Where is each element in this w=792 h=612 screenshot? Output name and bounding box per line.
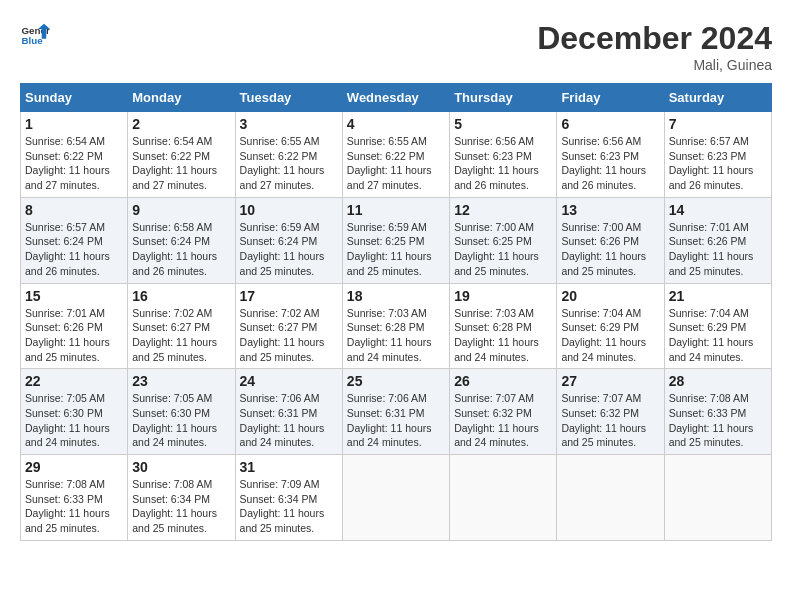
calendar-cell <box>342 455 449 541</box>
day-number: 16 <box>132 288 230 304</box>
day-number: 22 <box>25 373 123 389</box>
calendar-cell: 19Sunrise: 7:03 AMSunset: 6:28 PMDayligh… <box>450 283 557 369</box>
day-number: 21 <box>669 288 767 304</box>
calendar-cell: 20Sunrise: 7:04 AMSunset: 6:29 PMDayligh… <box>557 283 664 369</box>
day-info: Sunrise: 7:05 AMSunset: 6:30 PMDaylight:… <box>25 391 123 450</box>
day-info: Sunrise: 7:08 AMSunset: 6:33 PMDaylight:… <box>25 477 123 536</box>
day-info: Sunrise: 7:02 AMSunset: 6:27 PMDaylight:… <box>240 306 338 365</box>
calendar-cell: 6Sunrise: 6:56 AMSunset: 6:23 PMDaylight… <box>557 112 664 198</box>
day-info: Sunrise: 6:54 AMSunset: 6:22 PMDaylight:… <box>25 134 123 193</box>
calendar-cell <box>664 455 771 541</box>
calendar-cell: 18Sunrise: 7:03 AMSunset: 6:28 PMDayligh… <box>342 283 449 369</box>
day-info: Sunrise: 7:07 AMSunset: 6:32 PMDaylight:… <box>561 391 659 450</box>
weekday-header-tuesday: Tuesday <box>235 84 342 112</box>
day-number: 6 <box>561 116 659 132</box>
day-number: 9 <box>132 202 230 218</box>
weekday-header-monday: Monday <box>128 84 235 112</box>
day-info: Sunrise: 7:08 AMSunset: 6:34 PMDaylight:… <box>132 477 230 536</box>
calendar-cell: 15Sunrise: 7:01 AMSunset: 6:26 PMDayligh… <box>21 283 128 369</box>
day-number: 2 <box>132 116 230 132</box>
calendar-cell: 30Sunrise: 7:08 AMSunset: 6:34 PMDayligh… <box>128 455 235 541</box>
calendar-cell: 3Sunrise: 6:55 AMSunset: 6:22 PMDaylight… <box>235 112 342 198</box>
day-info: Sunrise: 6:59 AMSunset: 6:25 PMDaylight:… <box>347 220 445 279</box>
day-number: 4 <box>347 116 445 132</box>
calendar-week-row: 22Sunrise: 7:05 AMSunset: 6:30 PMDayligh… <box>21 369 772 455</box>
day-number: 30 <box>132 459 230 475</box>
calendar-cell: 17Sunrise: 7:02 AMSunset: 6:27 PMDayligh… <box>235 283 342 369</box>
calendar-cell: 13Sunrise: 7:00 AMSunset: 6:26 PMDayligh… <box>557 197 664 283</box>
calendar-cell: 23Sunrise: 7:05 AMSunset: 6:30 PMDayligh… <box>128 369 235 455</box>
day-info: Sunrise: 7:04 AMSunset: 6:29 PMDaylight:… <box>669 306 767 365</box>
day-info: Sunrise: 6:55 AMSunset: 6:22 PMDaylight:… <box>240 134 338 193</box>
day-info: Sunrise: 6:58 AMSunset: 6:24 PMDaylight:… <box>132 220 230 279</box>
calendar-cell: 11Sunrise: 6:59 AMSunset: 6:25 PMDayligh… <box>342 197 449 283</box>
day-info: Sunrise: 7:01 AMSunset: 6:26 PMDaylight:… <box>669 220 767 279</box>
calendar-cell: 1Sunrise: 6:54 AMSunset: 6:22 PMDaylight… <box>21 112 128 198</box>
day-number: 20 <box>561 288 659 304</box>
calendar-table: SundayMondayTuesdayWednesdayThursdayFrid… <box>20 83 772 541</box>
calendar-cell: 5Sunrise: 6:56 AMSunset: 6:23 PMDaylight… <box>450 112 557 198</box>
calendar-cell: 7Sunrise: 6:57 AMSunset: 6:23 PMDaylight… <box>664 112 771 198</box>
calendar-cell <box>557 455 664 541</box>
calendar-cell: 31Sunrise: 7:09 AMSunset: 6:34 PMDayligh… <box>235 455 342 541</box>
day-number: 3 <box>240 116 338 132</box>
day-number: 25 <box>347 373 445 389</box>
day-number: 28 <box>669 373 767 389</box>
day-info: Sunrise: 6:56 AMSunset: 6:23 PMDaylight:… <box>561 134 659 193</box>
day-number: 15 <box>25 288 123 304</box>
title-block: December 2024 Mali, Guinea <box>537 20 772 73</box>
day-info: Sunrise: 7:04 AMSunset: 6:29 PMDaylight:… <box>561 306 659 365</box>
page-header: General Blue December 2024 Mali, Guinea <box>20 20 772 73</box>
calendar-cell: 8Sunrise: 6:57 AMSunset: 6:24 PMDaylight… <box>21 197 128 283</box>
day-info: Sunrise: 7:00 AMSunset: 6:26 PMDaylight:… <box>561 220 659 279</box>
day-number: 26 <box>454 373 552 389</box>
day-info: Sunrise: 6:54 AMSunset: 6:22 PMDaylight:… <box>132 134 230 193</box>
calendar-cell: 28Sunrise: 7:08 AMSunset: 6:33 PMDayligh… <box>664 369 771 455</box>
day-info: Sunrise: 7:03 AMSunset: 6:28 PMDaylight:… <box>347 306 445 365</box>
day-info: Sunrise: 6:57 AMSunset: 6:23 PMDaylight:… <box>669 134 767 193</box>
calendar-cell: 24Sunrise: 7:06 AMSunset: 6:31 PMDayligh… <box>235 369 342 455</box>
day-number: 24 <box>240 373 338 389</box>
weekday-header-thursday: Thursday <box>450 84 557 112</box>
calendar-cell: 10Sunrise: 6:59 AMSunset: 6:24 PMDayligh… <box>235 197 342 283</box>
day-number: 27 <box>561 373 659 389</box>
calendar-cell: 26Sunrise: 7:07 AMSunset: 6:32 PMDayligh… <box>450 369 557 455</box>
day-info: Sunrise: 6:56 AMSunset: 6:23 PMDaylight:… <box>454 134 552 193</box>
day-number: 31 <box>240 459 338 475</box>
day-number: 23 <box>132 373 230 389</box>
day-info: Sunrise: 7:05 AMSunset: 6:30 PMDaylight:… <box>132 391 230 450</box>
calendar-cell: 16Sunrise: 7:02 AMSunset: 6:27 PMDayligh… <box>128 283 235 369</box>
weekday-header-friday: Friday <box>557 84 664 112</box>
calendar-cell: 27Sunrise: 7:07 AMSunset: 6:32 PMDayligh… <box>557 369 664 455</box>
calendar-week-row: 8Sunrise: 6:57 AMSunset: 6:24 PMDaylight… <box>21 197 772 283</box>
calendar-cell: 29Sunrise: 7:08 AMSunset: 6:33 PMDayligh… <box>21 455 128 541</box>
calendar-cell <box>450 455 557 541</box>
logo-icon: General Blue <box>20 20 50 50</box>
day-info: Sunrise: 7:01 AMSunset: 6:26 PMDaylight:… <box>25 306 123 365</box>
calendar-cell: 25Sunrise: 7:06 AMSunset: 6:31 PMDayligh… <box>342 369 449 455</box>
day-info: Sunrise: 7:02 AMSunset: 6:27 PMDaylight:… <box>132 306 230 365</box>
calendar-cell: 14Sunrise: 7:01 AMSunset: 6:26 PMDayligh… <box>664 197 771 283</box>
day-number: 12 <box>454 202 552 218</box>
day-info: Sunrise: 6:55 AMSunset: 6:22 PMDaylight:… <box>347 134 445 193</box>
day-number: 7 <box>669 116 767 132</box>
weekday-header-sunday: Sunday <box>21 84 128 112</box>
logo: General Blue <box>20 20 50 50</box>
day-number: 17 <box>240 288 338 304</box>
day-number: 1 <box>25 116 123 132</box>
day-number: 18 <box>347 288 445 304</box>
calendar-week-row: 29Sunrise: 7:08 AMSunset: 6:33 PMDayligh… <box>21 455 772 541</box>
day-number: 14 <box>669 202 767 218</box>
day-number: 19 <box>454 288 552 304</box>
calendar-week-row: 15Sunrise: 7:01 AMSunset: 6:26 PMDayligh… <box>21 283 772 369</box>
day-number: 13 <box>561 202 659 218</box>
calendar-cell: 12Sunrise: 7:00 AMSunset: 6:25 PMDayligh… <box>450 197 557 283</box>
day-number: 10 <box>240 202 338 218</box>
day-info: Sunrise: 7:07 AMSunset: 6:32 PMDaylight:… <box>454 391 552 450</box>
day-info: Sunrise: 6:57 AMSunset: 6:24 PMDaylight:… <box>25 220 123 279</box>
day-number: 11 <box>347 202 445 218</box>
day-info: Sunrise: 7:00 AMSunset: 6:25 PMDaylight:… <box>454 220 552 279</box>
weekday-header-saturday: Saturday <box>664 84 771 112</box>
day-number: 8 <box>25 202 123 218</box>
calendar-week-row: 1Sunrise: 6:54 AMSunset: 6:22 PMDaylight… <box>21 112 772 198</box>
